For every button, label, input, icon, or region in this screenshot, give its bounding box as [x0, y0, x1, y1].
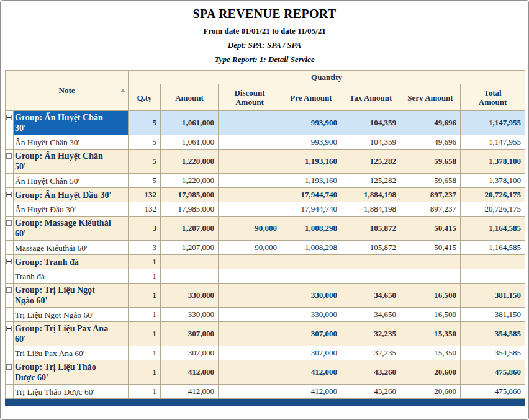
column-header[interactable]: Q.ty — [129, 84, 161, 111]
note-column-header[interactable]: Note — [6, 71, 129, 111]
collapse-group-icon[interactable] — [6, 220, 12, 226]
pre-amount-cell[interactable]: 17,944,740 — [281, 188, 341, 202]
note-cell[interactable]: Group: Ấn Huyệt Chân 50' — [14, 150, 129, 174]
tax-amount-cell[interactable] — [341, 269, 400, 284]
serv-amount-cell[interactable]: 50,415 — [400, 241, 461, 255]
collapse-group-icon[interactable] — [6, 364, 12, 370]
column-header[interactable]: Total Amount — [461, 84, 525, 111]
serv-amount-cell[interactable]: 59,658 — [400, 174, 461, 188]
qty-cell[interactable]: 5 — [129, 174, 161, 188]
detail-row[interactable]: Trị Liệu Ngọt Ngào 60'1330,000330,00034,… — [6, 308, 525, 322]
amount-cell[interactable]: 307,000 — [161, 346, 219, 360]
qty-cell[interactable]: 5 — [129, 150, 161, 174]
note-cell[interactable]: Group: Ấn Huyệt Đầu 30' — [14, 188, 129, 202]
pre-amount-cell[interactable]: 993,900 — [281, 111, 341, 135]
qty-cell[interactable]: 1 — [129, 284, 161, 308]
qty-cell[interactable]: 3 — [129, 241, 161, 255]
amount-cell[interactable]: 1,061,000 — [161, 135, 219, 150]
amount-cell[interactable]: 412,000 — [161, 385, 219, 399]
total-amount-cell[interactable]: 1,378,100 — [461, 174, 525, 188]
discount-amount-cell[interactable] — [219, 322, 281, 346]
total-amount-cell[interactable]: 1,147,955 — [461, 111, 525, 135]
qty-cell[interactable]: 1 — [129, 322, 161, 346]
tax-amount-cell[interactable]: 34,650 — [341, 284, 400, 308]
note-cell[interactable]: Trị Liệu Ngọt Ngào 60' — [14, 308, 129, 322]
qty-cell[interactable]: 1 — [129, 360, 161, 385]
group-row[interactable]: Group: Trị Liệu Pax Ana 60'1307,000307,0… — [6, 322, 525, 346]
tax-amount-cell[interactable]: 125,282 — [341, 150, 400, 174]
collapse-group-icon[interactable] — [6, 287, 12, 293]
qty-cell[interactable]: 3 — [129, 217, 161, 241]
serv-amount-cell[interactable]: 15,350 — [400, 322, 461, 346]
amount-cell[interactable]: 1,207,000 — [161, 241, 219, 255]
column-header[interactable]: Amount — [161, 84, 219, 111]
total-amount-cell[interactable]: 1,164,585 — [461, 241, 525, 255]
note-cell[interactable]: Trị Liệu Pax Ana 60' — [14, 346, 129, 360]
group-row-selected[interactable]: Group: Ấn Huyệt Chân 30'51,061,000993,90… — [6, 111, 525, 135]
serv-amount-cell[interactable]: 15,350 — [400, 346, 461, 360]
detail-row[interactable]: Trị Liệu Pax Ana 60'1307,000307,00032,23… — [6, 346, 525, 360]
pre-amount-cell[interactable]: 307,000 — [281, 346, 341, 360]
pre-amount-cell[interactable] — [281, 269, 341, 284]
column-header[interactable]: Tax Amount — [341, 84, 400, 111]
total-amount-cell[interactable]: 381,150 — [461, 284, 525, 308]
amount-cell[interactable]: 1,220,000 — [161, 150, 219, 174]
note-cell[interactable]: Trị Liệu Thảo Dược 60' — [14, 385, 129, 399]
detail-row[interactable]: Ấn Huyệt Chân 30'51,061,000993,900104,35… — [6, 135, 525, 150]
group-row[interactable]: Group: Trị Liệu Thảo Dược 60'1412,000412… — [6, 360, 525, 385]
serv-amount-cell[interactable] — [400, 255, 461, 269]
total-amount-cell[interactable] — [461, 255, 525, 269]
qty-cell[interactable]: 5 — [129, 111, 161, 135]
tax-amount-cell[interactable]: 1,884,198 — [341, 202, 400, 217]
tax-amount-cell[interactable]: 43,260 — [341, 385, 400, 399]
total-amount-cell[interactable]: 1,147,955 — [461, 135, 525, 150]
note-cell[interactable]: Ấn Huyệt Đầu 30' — [14, 202, 129, 217]
tax-amount-cell[interactable]: 105,872 — [341, 217, 400, 241]
pre-amount-cell[interactable]: 1,008,298 — [281, 217, 341, 241]
qty-cell[interactable]: 1 — [129, 255, 161, 269]
discount-amount-cell[interactable] — [219, 360, 281, 385]
total-amount-cell[interactable]: 381,150 — [461, 308, 525, 322]
total-amount-cell[interactable] — [461, 269, 525, 284]
discount-amount-cell[interactable] — [219, 135, 281, 150]
column-header[interactable]: Pre Amount — [281, 84, 341, 111]
discount-amount-cell[interactable] — [219, 150, 281, 174]
collapse-group-icon[interactable] — [6, 153, 12, 159]
serv-amount-cell[interactable] — [400, 269, 461, 284]
tax-amount-cell[interactable]: 125,282 — [341, 174, 400, 188]
group-row[interactable]: Group: Ấn Huyệt Chân 50'51,220,0001,193,… — [6, 150, 525, 174]
detail-row[interactable]: Ấn Huyệt Đầu 30'13217,985,00017,944,7401… — [6, 202, 525, 217]
group-row[interactable]: Group: Ấn Huyệt Đầu 30'13217,985,00017,9… — [6, 188, 525, 202]
group-row[interactable]: Group: Trị Liệu Ngọt Ngào 60'1330,000330… — [6, 284, 525, 308]
total-amount-cell[interactable]: 475,860 — [461, 360, 525, 385]
tax-amount-cell[interactable]: 104,359 — [341, 111, 400, 135]
discount-amount-cell[interactable] — [219, 111, 281, 135]
note-cell[interactable]: Group: Trị Liệu Ngọt Ngào 60' — [14, 284, 129, 308]
discount-amount-cell[interactable] — [219, 269, 281, 284]
collapse-group-icon[interactable] — [6, 259, 12, 264]
pre-amount-cell[interactable] — [281, 255, 341, 269]
pre-amount-cell[interactable]: 1,008,298 — [281, 241, 341, 255]
note-cell[interactable]: Group: Tranh đá — [14, 255, 129, 269]
serv-amount-cell[interactable]: 49,696 — [400, 111, 461, 135]
tax-amount-cell[interactable]: 104,359 — [341, 135, 400, 150]
amount-cell[interactable]: 412,000 — [161, 360, 219, 385]
discount-amount-cell[interactable] — [219, 255, 281, 269]
amount-cell[interactable] — [161, 269, 219, 284]
collapse-group-icon[interactable] — [6, 192, 12, 197]
qty-cell[interactable]: 1 — [129, 346, 161, 360]
note-cell[interactable]: Group: Trị Liệu Thảo Dược 60' — [14, 360, 129, 385]
qty-cell[interactable]: 1 — [129, 308, 161, 322]
serv-amount-cell[interactable]: 897,237 — [400, 202, 461, 217]
total-amount-cell[interactable]: 475,860 — [461, 385, 525, 399]
qty-cell[interactable]: 1 — [129, 385, 161, 399]
note-cell[interactable]: Group: Massage Kiểuthái 60' — [14, 217, 129, 241]
detail-row[interactable]: Tranh đá1 — [6, 269, 525, 284]
detail-row[interactable]: Ấn Huyệt Chân 50'51,220,0001,193,160125,… — [6, 174, 525, 188]
total-amount-cell[interactable]: 20,726,175 — [461, 188, 525, 202]
discount-amount-cell[interactable] — [219, 202, 281, 217]
amount-cell[interactable]: 307,000 — [161, 322, 219, 346]
amount-cell[interactable]: 1,207,000 — [161, 217, 219, 241]
tax-amount-cell[interactable]: 32,235 — [341, 322, 400, 346]
discount-amount-cell[interactable]: 90,000 — [219, 217, 281, 241]
